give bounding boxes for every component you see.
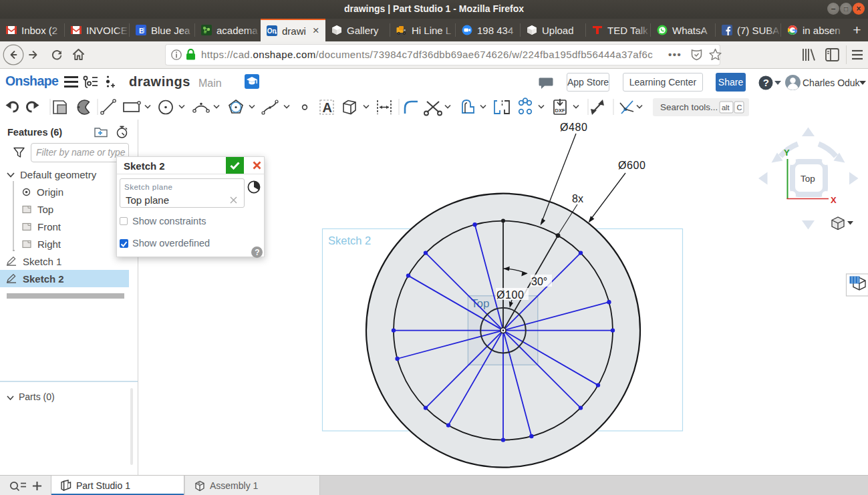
svg-text:Y: Y — [784, 148, 790, 158]
svg-text:Search tools...: Search tools... — [660, 102, 718, 112]
svg-text:A: A — [323, 100, 332, 115]
svg-text:?: ? — [255, 248, 259, 257]
svg-text:Ø600: Ø600 — [618, 160, 646, 171]
svg-text:Top: Top — [801, 174, 815, 184]
svg-text:C: C — [737, 104, 742, 112]
svg-text:DXF: DXF — [555, 108, 565, 114]
svg-text:Ø100: Ø100 — [496, 289, 525, 301]
svg-text:alt: alt — [722, 104, 730, 112]
svg-text:X: X — [831, 195, 837, 205]
svg-text:30°: 30° — [531, 276, 547, 287]
svg-text:8x: 8x — [572, 193, 583, 204]
svg-text:Ø480: Ø480 — [560, 122, 588, 133]
svg-text:Sketch 2: Sketch 2 — [328, 234, 371, 246]
svg-text:?: ? — [763, 77, 769, 88]
